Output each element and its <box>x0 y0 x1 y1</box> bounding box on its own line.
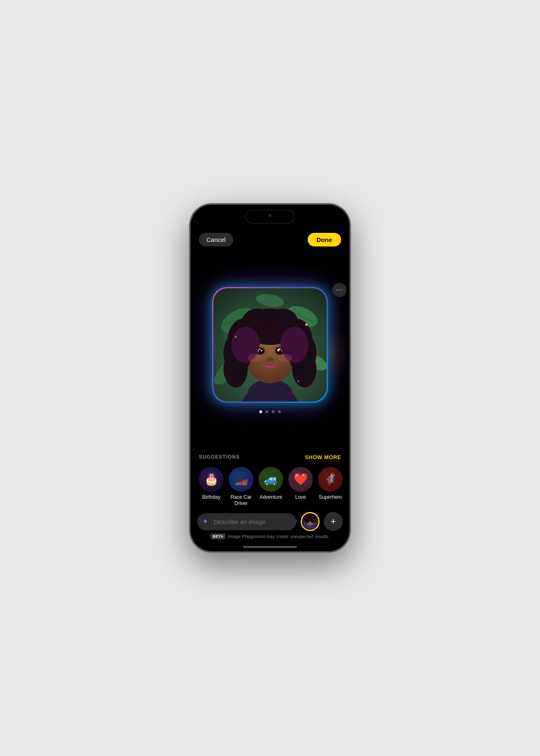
suggestions-label: SUGGESTIONS <box>199 454 240 460</box>
image-area: ··· <box>191 246 349 454</box>
svg-point-37 <box>305 324 308 326</box>
beta-notice: BETA Image Playground may create unexpec… <box>197 533 343 540</box>
avatar-svg <box>213 288 327 402</box>
input-row: ✦ <box>197 512 343 531</box>
superhero-icon: 🦸 <box>318 467 343 492</box>
svg-point-22 <box>266 359 269 362</box>
adventure-icon: 🚙 <box>258 467 283 492</box>
svg-point-36 <box>278 354 292 362</box>
beta-badge: BETA <box>210 534 225 539</box>
suggestions-row: 🎂 Birthday 🏎️ Race CarDriver 🚙 Adventure… <box>199 467 341 507</box>
ellipsis-icon: ··· <box>336 287 343 293</box>
show-more-button[interactable]: SHOW MORE <box>305 454 341 460</box>
mini-avatar-svg <box>302 512 318 531</box>
screen-content: Cancel Done <box>191 205 349 551</box>
image-container: ··· <box>212 287 328 403</box>
birthday-label: Birthday <box>202 494 220 501</box>
svg-point-35 <box>248 354 262 362</box>
page-dot-3 <box>272 410 275 413</box>
birthday-icon: 🎂 <box>199 467 224 492</box>
love-icon: ❤️ <box>288 467 313 492</box>
home-indicator <box>243 546 297 548</box>
page-indicators <box>259 410 281 413</box>
race-car-label: Race CarDriver <box>231 494 252 507</box>
user-avatar-image <box>302 513 318 530</box>
suggestion-adventure[interactable]: 🚙 Adventure <box>258 467 283 507</box>
cancel-button[interactable]: Cancel <box>199 233 233 246</box>
svg-point-44 <box>304 514 311 523</box>
beta-notice-text: Image Playground may create unexpected r… <box>228 534 329 539</box>
done-button[interactable]: Done <box>308 233 342 246</box>
phone-screen: Cancel Done <box>191 205 349 551</box>
suggestion-superhero[interactable]: 🦸 Superhero <box>318 467 343 507</box>
svg-point-39 <box>298 381 299 383</box>
plus-icon: + <box>331 516 336 527</box>
avatar-image <box>213 288 327 402</box>
input-wrapper: ✦ <box>197 513 296 530</box>
suggestions-section: SUGGESTIONS SHOW MORE 🎂 Birthday 🏎️ Race… <box>191 454 349 507</box>
page-dot-1 <box>259 410 262 413</box>
suggestion-race-car-driver[interactable]: 🏎️ Race CarDriver <box>229 467 253 507</box>
phone-frame: Cancel Done <box>189 203 351 553</box>
avatar-frame <box>212 287 328 403</box>
camera-dot <box>268 214 272 217</box>
bottom-bar: ✦ <box>191 507 349 543</box>
love-label: Love <box>295 494 306 501</box>
user-avatar-button[interactable] <box>301 512 320 531</box>
svg-point-23 <box>271 359 274 362</box>
add-button[interactable]: + <box>324 512 343 531</box>
superhero-label: Superhero <box>319 494 342 501</box>
page-dot-2 <box>265 410 268 413</box>
svg-point-19 <box>260 350 262 352</box>
race-car-icon: 🏎️ <box>229 467 253 492</box>
describe-image-input[interactable] <box>197 513 296 530</box>
svg-point-45 <box>310 514 316 523</box>
suggestions-header: SUGGESTIONS SHOW MORE <box>199 454 341 460</box>
page-dot-4 <box>278 410 281 413</box>
top-bar: Cancel Done <box>191 230 349 246</box>
more-options-button[interactable]: ··· <box>332 283 346 297</box>
suggestion-love[interactable]: ❤️ Love <box>288 467 313 507</box>
adventure-label: Adventure <box>260 494 282 501</box>
svg-point-38 <box>235 336 237 338</box>
suggestion-birthday[interactable]: 🎂 Birthday <box>199 467 224 507</box>
